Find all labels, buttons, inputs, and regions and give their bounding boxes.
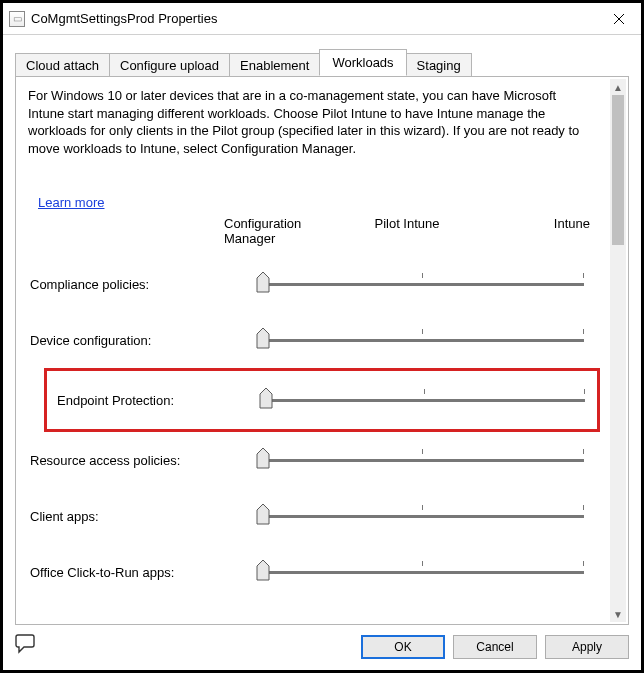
slider-tick (422, 329, 423, 334)
apply-button[interactable]: Apply (545, 635, 629, 659)
slider-thumb[interactable] (256, 503, 270, 525)
scrollbar[interactable]: ▲ ▼ (610, 79, 626, 622)
slider-thumb[interactable] (256, 327, 270, 349)
workload-row: Client apps: (26, 488, 596, 544)
slider-thumb[interactable] (256, 447, 270, 469)
slider-track (262, 515, 584, 518)
slider-thumb[interactable] (256, 271, 270, 293)
workload-label: Office Click-to-Run apps: (26, 565, 256, 580)
slider-track (262, 459, 584, 462)
workload-label: Compliance policies: (26, 277, 256, 292)
titlebar: ▭ CoMgmtSettingsProd Properties (3, 3, 641, 35)
workload-slider[interactable] (256, 557, 588, 587)
workload-slider[interactable] (256, 501, 588, 531)
column-intune: Intune (468, 216, 596, 246)
workload-slider[interactable] (259, 385, 589, 415)
feedback-icon[interactable] (15, 633, 39, 660)
slider-tick (583, 505, 584, 510)
tab-staging[interactable]: Staging (406, 53, 472, 77)
workload-label: Resource access policies: (26, 453, 256, 468)
workload-row: Endpoint Protection: (44, 368, 600, 432)
ok-button[interactable]: OK (361, 635, 445, 659)
slider-track (262, 283, 584, 286)
slider-tick (583, 329, 584, 334)
slider-tick (422, 561, 423, 566)
slider-thumb[interactable] (259, 387, 273, 409)
slider-tick (424, 389, 425, 394)
workload-label: Device configuration: (26, 333, 256, 348)
workload-slider[interactable] (256, 325, 588, 355)
workload-row: Office Click-to-Run apps: (26, 544, 596, 600)
slider-tick (422, 449, 423, 454)
slider-tick (583, 561, 584, 566)
tab-cloud-attach[interactable]: Cloud attach (15, 53, 110, 77)
workload-slider[interactable] (256, 445, 588, 475)
window-title: CoMgmtSettingsProd Properties (31, 11, 217, 26)
slider-tick (422, 273, 423, 278)
slider-thumb[interactable] (256, 559, 270, 581)
close-button[interactable] (597, 4, 641, 34)
slider-track (265, 399, 585, 402)
column-headers: Configuration Manager Pilot Intune Intun… (26, 216, 596, 246)
slider-track (262, 339, 584, 342)
scroll-thumb[interactable] (612, 95, 624, 245)
slider-track (262, 571, 584, 574)
workload-slider[interactable] (256, 269, 588, 299)
scroll-down-arrow-icon[interactable]: ▼ (610, 606, 626, 622)
slider-tick (583, 449, 584, 454)
slider-tick (583, 273, 584, 278)
slider-tick (584, 389, 585, 394)
description-text: For Windows 10 or later devices that are… (26, 85, 596, 157)
tab-configure-upload[interactable]: Configure upload (109, 53, 230, 77)
column-config-manager: Configuration Manager (224, 216, 346, 246)
workload-row: Device configuration: (26, 312, 596, 368)
app-icon: ▭ (9, 11, 25, 27)
workloads-panel: ▲ ▼ For Windows 10 or later devices that… (15, 76, 629, 625)
workload-label: Client apps: (26, 509, 256, 524)
tab-workloads[interactable]: Workloads (319, 49, 406, 76)
slider-tick (422, 505, 423, 510)
workload-row: Compliance policies: (26, 256, 596, 312)
learn-more-link[interactable]: Learn more (38, 195, 104, 210)
close-icon (613, 13, 625, 25)
cancel-button[interactable]: Cancel (453, 635, 537, 659)
workload-label: Endpoint Protection: (53, 393, 259, 408)
workload-row: Resource access policies: (26, 432, 596, 488)
tab-enablement[interactable]: Enablement (229, 53, 320, 77)
scroll-up-arrow-icon[interactable]: ▲ (610, 79, 626, 95)
tab-strip: Cloud attachConfigure uploadEnablementWo… (15, 49, 629, 76)
button-bar: OK Cancel Apply (3, 625, 641, 670)
column-pilot-intune: Pilot Intune (346, 216, 468, 246)
